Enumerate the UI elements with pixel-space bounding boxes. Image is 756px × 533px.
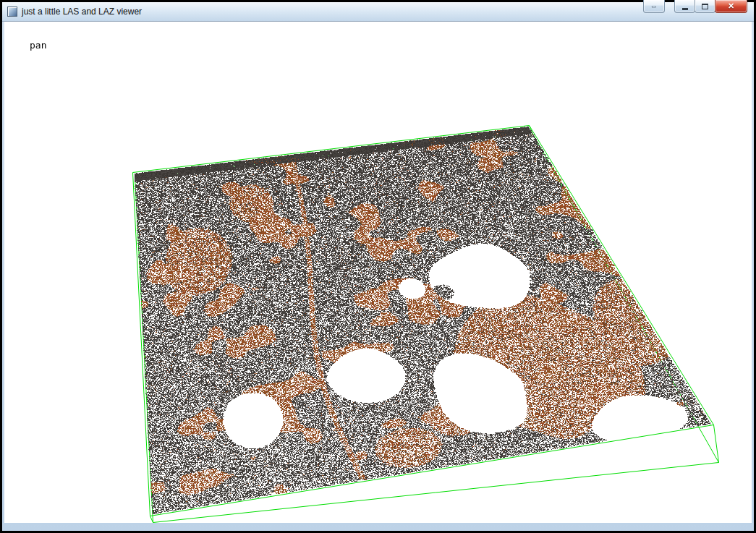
extra-window-button[interactable]: ⇔ [643, 0, 665, 13]
double-arrow-icon: ⇔ [650, 2, 658, 10]
viewer-canvas[interactable] [0, 0, 756, 533]
maximize-button[interactable] [695, 0, 715, 13]
window-controls: ⇔ ✕ [643, 0, 747, 13]
minimize-icon [682, 8, 688, 10]
close-icon: ✕ [728, 2, 734, 10]
minimize-button[interactable] [674, 0, 695, 13]
close-button[interactable]: ✕ [715, 0, 747, 13]
maximize-icon [702, 4, 708, 9]
mode-label: pan [30, 40, 46, 51]
window-button-group: ✕ [675, 0, 747, 13]
